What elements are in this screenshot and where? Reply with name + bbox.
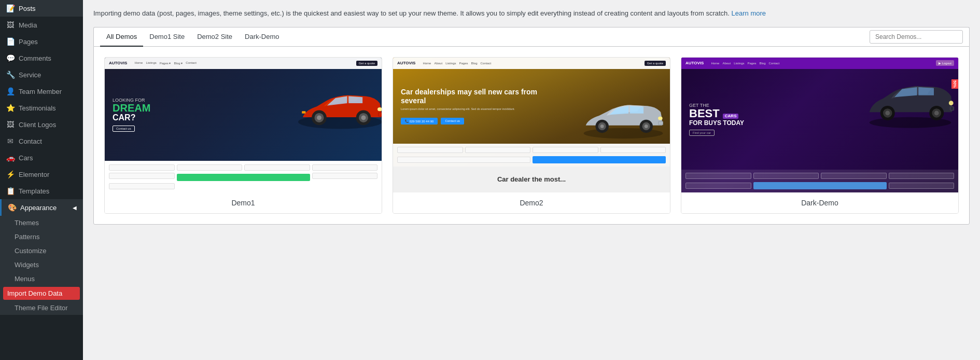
demo-grid: AUTOVIS HomeListingsPages ▾Blog ▾Contact… xyxy=(93,46,970,225)
sidebar-sub-themes[interactable]: Themes xyxy=(0,216,83,230)
dark-nav: AUTOVIS HomeAboutListingsPagesBlogContac… xyxy=(681,58,958,69)
sidebar-item-team-member[interactable]: 👤 Team Member xyxy=(0,83,83,100)
sidebar-label-media: Media xyxy=(19,21,37,29)
media-icon: 🖼 xyxy=(6,21,15,29)
demo2-nav: AUTOVIS HomeAboutListingsPagesBlogContac… xyxy=(393,58,670,69)
appearance-submenu: Themes Patterns Customize Widgets Menus … xyxy=(0,216,83,315)
sidebar-item-testimonials[interactable]: ⭐ Testimonials xyxy=(0,100,83,116)
sidebar-sub-theme-file-editor[interactable]: Theme File Editor xyxy=(0,301,83,315)
sidebar-sub-widgets[interactable]: Widgets xyxy=(0,258,83,272)
sidebar-label-client-logos: Client Logos xyxy=(19,121,56,129)
posts-icon: 📝 xyxy=(6,4,15,12)
chevron-icon: ◀ xyxy=(73,205,77,211)
svg-point-25 xyxy=(934,110,939,115)
sidebar-label-appearance: Appearance xyxy=(20,204,57,212)
sidebar-item-client-logos[interactable]: 🖼 Client Logos xyxy=(0,116,83,133)
learn-more-link[interactable]: Learn more xyxy=(732,9,766,17)
cars-icon: 🚗 xyxy=(6,154,15,162)
sidebar-sub-customize[interactable]: Customize xyxy=(0,244,83,258)
demo2-search-bar xyxy=(393,144,670,167)
svg-rect-8 xyxy=(302,111,305,114)
search-container xyxy=(870,30,963,44)
svg-rect-27 xyxy=(950,106,954,110)
appearance-icon: 🎨 xyxy=(8,203,16,212)
svg-point-3 xyxy=(317,115,321,120)
tab-all-demos[interactable]: All Demos xyxy=(100,27,143,47)
sidebar-label-contact: Contact xyxy=(19,137,42,145)
sidebar-label-cars: Cars xyxy=(19,154,33,162)
svg-point-6 xyxy=(361,115,366,120)
main-content: Importing demo data (post, pages, images… xyxy=(83,0,980,360)
svg-point-17 xyxy=(658,116,663,120)
tab-demo1-site[interactable]: Demo1 Site xyxy=(143,27,191,47)
sidebar-item-cars[interactable]: 🚗 Cars xyxy=(0,149,83,166)
tab-dark-demo[interactable]: Dark-Demo xyxy=(239,27,285,47)
contact-icon: ✉ xyxy=(6,137,15,145)
dark-demo-label: Dark-Demo xyxy=(681,192,958,213)
sidebar-label-posts: Posts xyxy=(19,5,36,12)
demo2-card[interactable]: AUTOVIS HomeAboutListingsPagesBlogContac… xyxy=(393,57,670,214)
team-icon: 👤 xyxy=(6,87,15,95)
sidebar-item-templates[interactable]: 📋 Templates xyxy=(0,183,83,199)
demo2-label: Demo2 xyxy=(393,192,670,213)
sidebar-label-templates: Templates xyxy=(19,187,49,195)
sidebar-sub-patterns[interactable]: Patterns xyxy=(0,230,83,244)
sidebar-item-media[interactable]: 🖼 Media xyxy=(0,17,83,33)
service-icon: 🔧 xyxy=(6,71,15,79)
sidebar-sub-menus[interactable]: Menus xyxy=(0,272,83,286)
comments-icon: 💬 xyxy=(6,54,15,62)
sidebar-label-comments: Comments xyxy=(19,54,51,62)
svg-rect-9 xyxy=(379,113,382,116)
demo2-thumbnail: AUTOVIS HomeAboutListingsPagesBlogContac… xyxy=(393,58,670,192)
pages-icon: 📄 xyxy=(6,37,15,46)
demo1-nav: AUTOVIS HomeListingsPages ▾Blog ▾Contact… xyxy=(105,58,382,69)
elementor-icon: ⚡ xyxy=(6,170,15,178)
demo1-card[interactable]: AUTOVIS HomeListingsPages ▾Blog ▾Contact… xyxy=(104,57,382,214)
dark-hero: GET THE BEST CARS FOR BUYS TODAY Find yo… xyxy=(681,69,958,170)
svg-point-13 xyxy=(600,124,604,128)
dark-demo-thumbnail: AUTOVIS HomeAboutListingsPagesBlogContac… xyxy=(681,58,958,192)
dark-demo-card[interactable]: AUTOVIS HomeAboutListingsPagesBlogContac… xyxy=(681,57,959,214)
svg-point-16 xyxy=(645,124,648,128)
sidebar-item-appearance[interactable]: 🎨 Appearance ◀ xyxy=(0,199,83,216)
sidebar-item-service[interactable]: 🔧 Service xyxy=(0,66,83,83)
templates-icon: 📋 xyxy=(6,187,15,195)
sidebar: 📝 Posts 🖼 Media 📄 Pages 💬 Comments 🔧 Ser… xyxy=(0,0,83,360)
demo2-lower: Car dealer the most... xyxy=(393,167,670,192)
sidebar-item-posts[interactable]: 📝 Posts xyxy=(0,0,83,17)
sidebar-label-service: Service xyxy=(19,71,41,79)
dark-search-bar xyxy=(681,170,958,192)
sidebar-item-contact[interactable]: ✉ Contact xyxy=(0,133,83,149)
demo1-search-bar xyxy=(105,161,382,192)
tabs-bar: All Demos Demo1 Site Demo2 Site Dark-Dem… xyxy=(93,27,970,46)
sidebar-label-testimonials: Testimonials xyxy=(19,104,56,112)
search-input[interactable] xyxy=(870,30,963,44)
demo1-thumbnail: AUTOVIS HomeListingsPages ▾Blog ▾Contact… xyxy=(105,58,382,192)
tab-demo2-site[interactable]: Demo2 Site xyxy=(191,27,239,47)
sidebar-item-elementor[interactable]: ⚡ Elementor xyxy=(0,166,83,183)
sidebar-label-pages: Pages xyxy=(19,38,38,46)
svg-rect-18 xyxy=(659,121,663,125)
svg-point-22 xyxy=(885,110,890,115)
intro-paragraph: Importing demo data (post, pages, images… xyxy=(93,8,970,19)
sidebar-label-team: Team Member xyxy=(19,88,62,95)
demo2-hero: Car dealerships may sell new cars from s… xyxy=(393,69,670,144)
demo1-label: Demo1 xyxy=(105,192,382,213)
dark-off-badge: 50% xyxy=(951,79,958,89)
svg-point-26 xyxy=(949,101,954,105)
sidebar-label-elementor: Elementor xyxy=(19,171,49,178)
testimonials-icon: ⭐ xyxy=(6,104,15,112)
sidebar-item-comments[interactable]: 💬 Comments xyxy=(0,50,83,66)
sidebar-sub-import-demo[interactable]: Import Demo Data xyxy=(3,287,80,300)
demo1-hero: LOOKING FOR DREAM CAR? Contact us xyxy=(105,69,382,161)
client-logos-icon: 🖼 xyxy=(6,120,15,129)
sidebar-item-pages[interactable]: 📄 Pages xyxy=(0,33,83,50)
